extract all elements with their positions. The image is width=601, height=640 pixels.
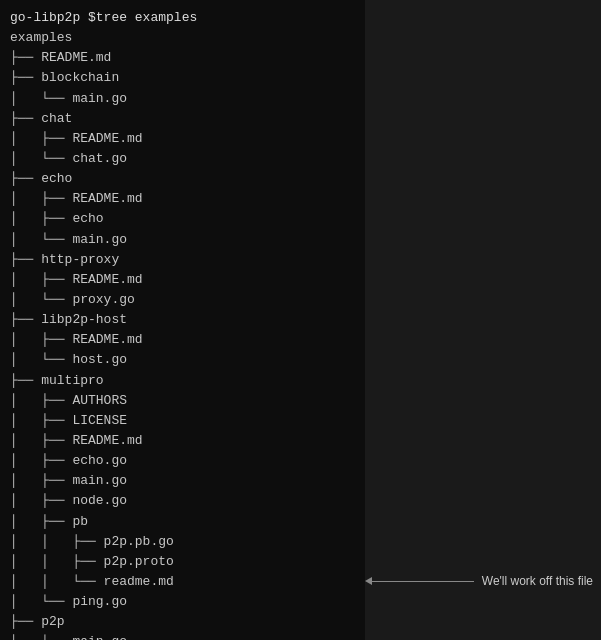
terminal-line: │ └── main.go <box>10 632 355 640</box>
terminal-line: │ ├── pb <box>10 512 355 532</box>
terminal-line: │ ├── echo <box>10 209 355 229</box>
terminal-line: │ ├── node.go <box>10 491 355 511</box>
command-line: go-libp2p $tree examples <box>10 8 355 28</box>
terminal-line: ├── blockchain <box>10 68 355 88</box>
terminal-line: │ ├── AUTHORS <box>10 391 355 411</box>
terminal-line: │ │ └── readme.md <box>10 572 355 592</box>
terminal-line: │ ├── README.md <box>10 129 355 149</box>
terminal-line: ├── chat <box>10 109 355 129</box>
terminal-output: examples├── README.md├── blockchain│ └──… <box>10 28 355 640</box>
terminal-panel: go-libp2p $tree examples examples├── REA… <box>0 0 365 640</box>
terminal-line: │ ├── README.md <box>10 431 355 451</box>
terminal-line: examples <box>10 28 355 48</box>
terminal-line: │ │ ├── p2p.pb.go <box>10 532 355 552</box>
arrow-line <box>372 581 474 582</box>
terminal-line: ├── p2p <box>10 612 355 632</box>
terminal-line: │ └── main.go <box>10 89 355 109</box>
annotation-arrow: We'll work off this file <box>365 574 601 588</box>
terminal-line: │ │ ├── p2p.proto <box>10 552 355 572</box>
terminal-line: ├── README.md <box>10 48 355 68</box>
terminal-line: │ └── main.go <box>10 230 355 250</box>
terminal-line: ├── http-proxy <box>10 250 355 270</box>
terminal-line: ├── libp2p-host <box>10 310 355 330</box>
terminal-line: │ ├── main.go <box>10 471 355 491</box>
terminal-line: │ ├── echo.go <box>10 451 355 471</box>
terminal-line: ├── multipro <box>10 371 355 391</box>
annotation-text: We'll work off this file <box>474 574 601 588</box>
terminal-line: │ ├── README.md <box>10 189 355 209</box>
terminal-line: │ └── host.go <box>10 350 355 370</box>
terminal-line: │ ├── LICENSE <box>10 411 355 431</box>
terminal-line: │ ├── README.md <box>10 330 355 350</box>
terminal-line: ├── echo <box>10 169 355 189</box>
terminal-line: │ └── ping.go <box>10 592 355 612</box>
terminal-line: │ └── proxy.go <box>10 290 355 310</box>
terminal-line: │ └── chat.go <box>10 149 355 169</box>
terminal-line: │ ├── README.md <box>10 270 355 290</box>
arrow-head-icon <box>365 577 372 585</box>
annotation-panel: We'll work off this file <box>365 0 601 640</box>
